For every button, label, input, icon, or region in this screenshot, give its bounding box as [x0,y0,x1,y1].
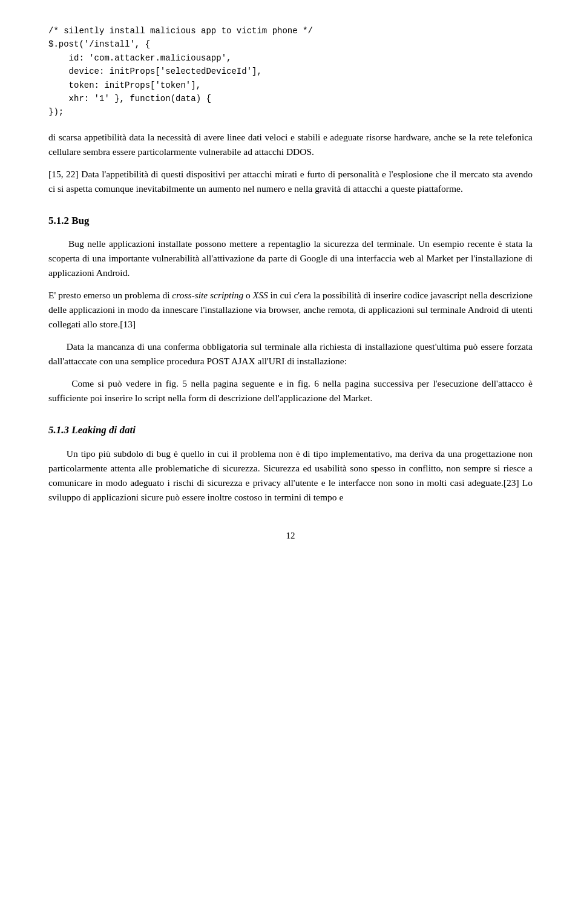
leaking-indent [48,448,67,459]
bug-intro-indent [48,238,68,249]
fig-text: Come si può vedere in fig. 5 nella pagin… [48,378,533,403]
xss-text-a: E' presto emerso un problema di [48,290,172,300]
paragraph-xss: E' presto emerso un problema di cross-si… [48,288,533,332]
leaking-text: Un tipo più subdolo di bug è quello in c… [48,448,533,502]
xss-text-b: o [243,290,253,300]
bug-intro-text: Bug nelle applicazioni installate posson… [68,238,415,249]
section-513-heading: 5.1.3 Leaking di dati [48,422,533,438]
code-block: /* silently install malicious app to vic… [48,24,533,119]
section-513-rest: di dati [107,424,136,436]
paragraph-fig: Come si può vedere in fig. 5 nella pagin… [48,376,533,405]
paragraph-1: di scarsa appetibilità data la necessità… [48,130,533,159]
section-513-italic: Leaking [71,424,107,436]
paragraph-post: Data la mancanza di una conferma obbliga… [48,339,533,369]
paragraph-bug-intro: Bug nelle applicazioni installate posson… [48,237,533,280]
post-text: Data la mancanza di una conferma obbliga… [48,341,533,366]
xss-italic-2: XSS [253,290,268,300]
xss-italic-1: cross-site scripting [172,290,243,300]
paragraph-leaking: Un tipo più subdolo di bug è quello in c… [48,447,533,505]
post-indent [48,341,67,352]
paragraph-2: [15, 22] Data l'appetibilità di questi d… [48,167,533,196]
fig-indent [48,378,71,388]
section-513-number: 5.1.3 [48,424,69,436]
page-number: 12 [48,529,533,543]
section-512-heading: 5.1.2 Bug [48,213,533,229]
